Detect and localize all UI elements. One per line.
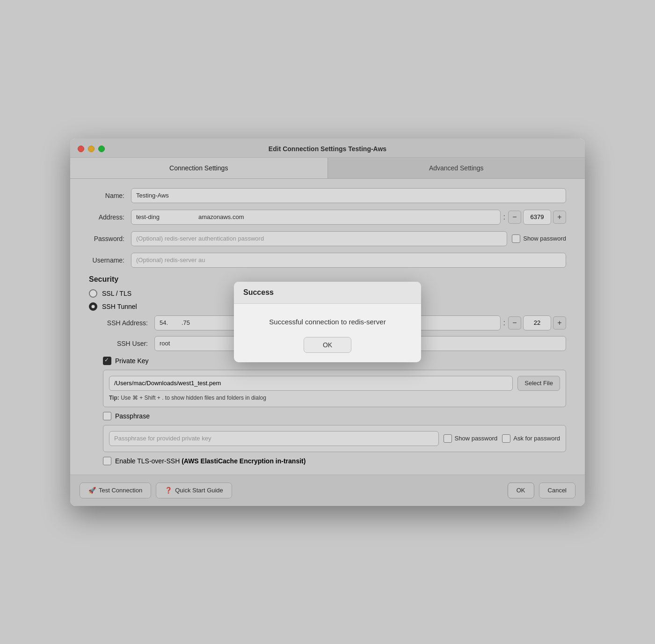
modal-ok-button[interactable]: OK [304,337,351,353]
main-window: Edit Connection Settings Testing-Aws Con… [70,139,585,506]
modal-title: Success [243,288,274,296]
modal-body: Successful connection to redis-server OK [234,304,421,362]
modal-overlay: Success Successful connection to redis-s… [70,139,585,506]
modal-message: Successful connection to redis-server [243,318,412,326]
modal-header: Success [234,282,421,304]
success-modal: Success Successful connection to redis-s… [234,282,421,362]
